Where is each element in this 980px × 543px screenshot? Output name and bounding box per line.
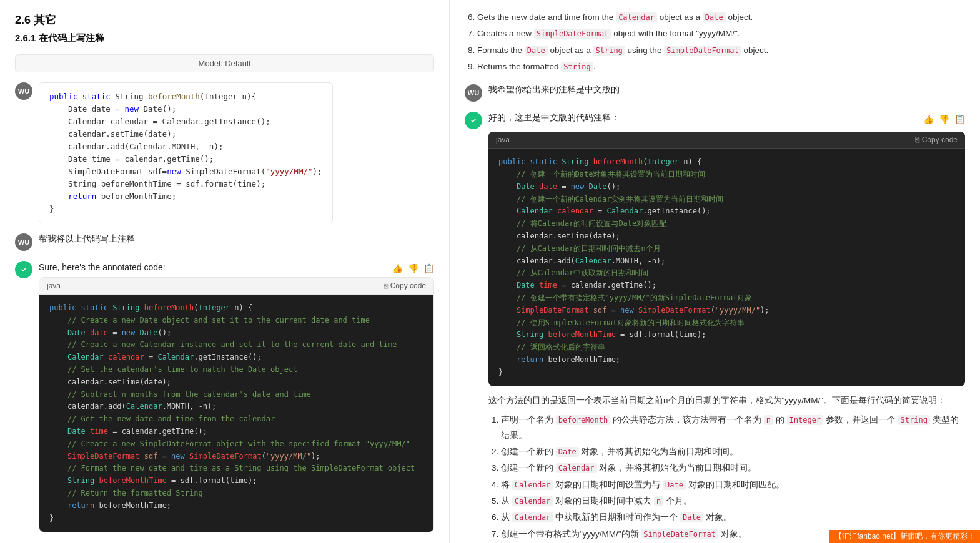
model-label: Model: Default — [199, 59, 251, 68]
right-summary-text: 这个方法的目的是返回一个表示当前日期之前n个月的日期的字符串，格式为"yyyy/… — [488, 394, 965, 408]
right-user-message: WU 我希望你给出来的注释是中文版的 — [465, 84, 965, 102]
chinese-copy-icon: ⎘ — [915, 135, 919, 144]
chinese-code-block: java ⎘ Copy code public static String be… — [488, 132, 965, 386]
right-assistant-message: 好的，这里是中文版的代码注释： 👍 👎 📋 java ⎘ Copy code p… — [465, 112, 965, 543]
assistant-message: Sure, here's the annotated code: 👍 👎 📋 j… — [15, 261, 434, 543]
right-panel: Gets the new date and time from the Cale… — [450, 0, 980, 543]
copy-icon[interactable]: 📋 — [423, 263, 434, 273]
right-copy-icon[interactable]: 📋 — [954, 114, 965, 124]
right-message-actions: 👍 👎 📋 — [923, 114, 965, 124]
list-item: Gets the new date and time from the Cale… — [477, 10, 965, 25]
list-item: 创建一个新的 Date 对象，并将其初始化为当前日期和时间。 — [501, 444, 965, 459]
list-item: 将 Calendar 对象的日期和时间设置为与 Date 对象的日期和时间匹配。 — [501, 477, 965, 492]
section-subheading: 2.6.1 在代码上写注释 — [15, 32, 434, 44]
thumbs-down-icon[interactable]: 👎 — [408, 263, 418, 273]
right-thumbs-up-icon[interactable]: 👍 — [923, 114, 934, 124]
watermark-bar: 【汇汇fanbao.net】新赚吧，有你更精彩！ — [829, 530, 980, 543]
list-item: Creates a new SimpleDateFormat object wi… — [477, 26, 965, 41]
thumbs-up-icon[interactable]: 👍 — [392, 263, 403, 273]
copy-code-button[interactable]: ⎘ Copy code — [384, 281, 426, 290]
chinese-code-body: public static String beforeMonth(Integer… — [488, 149, 965, 386]
chinese-copy-button[interactable]: ⎘ Copy code — [915, 135, 958, 144]
right-user-prompt-text: 我希望你给出来的注释是中文版的 — [488, 84, 620, 95]
list-item: 创建一个新的 Calendar 对象，并将其初始化为当前日期和时间。 — [501, 461, 965, 476]
code-body: public static String beforeMonth(Integer… — [39, 295, 433, 532]
assistant-avatar — [15, 261, 32, 278]
user-prompt-text: 帮我将以上代码写上注释 — [39, 233, 135, 245]
message-actions: 👍 👎 📋 — [392, 263, 434, 273]
user-avatar: WU — [15, 233, 32, 251]
chinese-code-lang: java — [496, 135, 510, 144]
right-assistant-content: 好的，这里是中文版的代码注释： 👍 👎 📋 java ⎘ Copy code p… — [488, 112, 965, 543]
assistant-content: Sure, here's the annotated code: 👍 👎 📋 j… — [39, 261, 434, 543]
assistant-label: Sure, here's the annotated code: — [39, 262, 166, 272]
raw-code-block: public static String beforeMonth(Integer… — [39, 82, 333, 223]
copy-icon-small: ⎘ — [384, 281, 388, 290]
code-lang-label: java — [47, 281, 61, 290]
list-item: Formats the Date object as a String usin… — [477, 43, 965, 58]
user-prompt-message: WU 帮我将以上代码写上注释 — [15, 233, 434, 251]
code-header: java ⎘ Copy code — [39, 278, 433, 295]
right-assistant-label: 好的，这里是中文版的代码注释： — [488, 112, 620, 124]
left-panel: 2.6 其它 2.6.1 在代码上写注释 Model: Default WU p… — [0, 0, 450, 543]
list-item: 从 Calendar 中获取新的日期和时间作为一个 Date 对象。 — [501, 510, 965, 525]
right-top-list: Gets the new date and time from the Cale… — [465, 10, 965, 74]
user-code-message: WU public static String beforeMonth(Inte… — [15, 82, 434, 223]
model-bar: Model: Default — [15, 54, 434, 72]
list-item: 从 Calendar 对象的日期和时间中减去 n 个月。 — [501, 494, 965, 509]
list-item: 声明一个名为 beforeMonth 的公共静态方法，该方法带有一个名为 n 的… — [501, 413, 965, 443]
chinese-code-header: java ⎘ Copy code — [488, 132, 965, 149]
right-thumbs-down-icon[interactable]: 👎 — [939, 114, 949, 124]
avatar: WU — [15, 82, 32, 100]
section-heading: 2.6 其它 — [15, 12, 434, 27]
right-user-avatar: WU — [465, 84, 482, 102]
right-assistant-avatar — [465, 112, 482, 129]
list-item: Returns the formatted String. — [477, 59, 965, 74]
annotated-code-block: java ⎘ Copy code public static String be… — [39, 277, 434, 532]
right-summary-list: 声明一个名为 beforeMonth 的公共静态方法，该方法带有一个名为 n 的… — [488, 413, 965, 543]
